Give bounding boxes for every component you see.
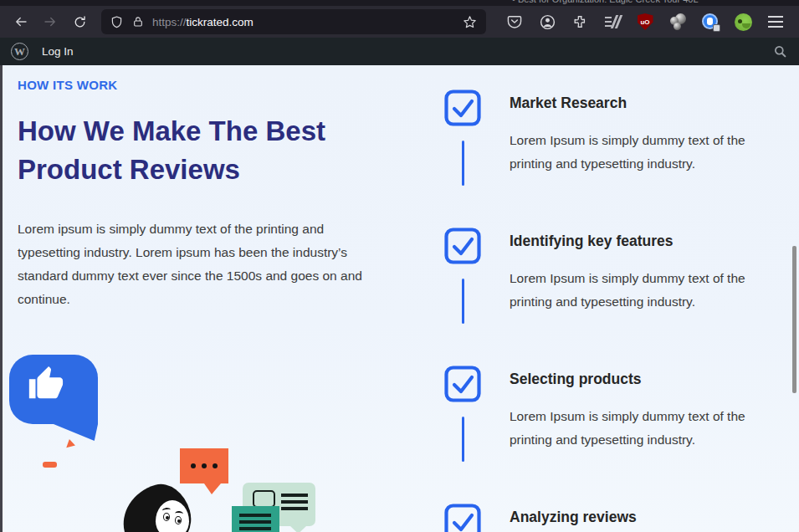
- step-title: Selecting products: [510, 371, 769, 388]
- bookmark-star-icon[interactable]: [462, 14, 478, 30]
- text-line: [239, 527, 271, 530]
- blue-lock-icon: [702, 13, 720, 31]
- step-description: Lorem Ipsum is simply dummy text of the …: [510, 129, 769, 176]
- checkbox-check-icon: [444, 366, 481, 402]
- back-button[interactable]: [8, 10, 33, 33]
- pocket-icon: [506, 13, 523, 30]
- step-title: Market Research: [510, 95, 769, 112]
- character-eyebrow: [175, 511, 183, 517]
- page-title: How We Make The BestProduct Reviews: [18, 112, 325, 189]
- checkbox-check-icon: [444, 90, 481, 126]
- character-hair: [115, 478, 198, 532]
- step-description: Lorem Ipsum is simply dummy text of the …: [510, 267, 769, 314]
- scrollbar-thumb[interactable]: [792, 246, 796, 393]
- section-eyebrow: HOW ITS WORK: [18, 78, 117, 92]
- page-title-line1: How We Make The Best: [18, 115, 325, 146]
- pocket-button[interactable]: [504, 12, 525, 32]
- browser-toolbar: https://tickrated.com: [0, 6, 799, 38]
- chameleon-icon: [735, 13, 752, 31]
- character-eye: [175, 516, 182, 524]
- text-line: [239, 514, 271, 517]
- notes-card: [232, 506, 279, 532]
- wp-admin-bar: W Log In: [0, 38, 799, 65]
- address-bar[interactable]: https://tickrated.com: [101, 9, 486, 34]
- spheres-extension-button[interactable]: [668, 12, 688, 32]
- account-icon: [539, 13, 556, 31]
- intro-paragraph: Lorem ipsum is simply dummy text of the …: [18, 217, 382, 311]
- text-line: [281, 500, 308, 504]
- step-selecting-products: Selecting products Lorem Ipsum is simply…: [444, 366, 769, 462]
- thumbs-up-bubble-tail: [54, 424, 98, 441]
- ublock-origin-button[interactable]: uO: [635, 12, 655, 32]
- bars-icon: [605, 17, 612, 28]
- step-description: Lorem Ipsum is simply dummy text of the …: [510, 405, 769, 452]
- character-eyebrow: [162, 507, 172, 513]
- checkbox-check-icon: [444, 228, 481, 264]
- chameleon-extension-button[interactable]: [733, 12, 753, 32]
- step-connector-line: [462, 141, 464, 186]
- woman-character: [122, 486, 197, 532]
- wordpress-logo-icon[interactable]: W: [11, 43, 28, 60]
- text-line: [239, 520, 271, 524]
- step-title: Analyzing reviews: [510, 509, 769, 526]
- stylus-extension-button[interactable]: [602, 12, 622, 32]
- browser-window: • Best for Organization: Eagle Creek Tou…: [0, 0, 799, 532]
- spheres-icon: [668, 13, 687, 31]
- wp-search-button[interactable]: [772, 43, 788, 59]
- typing-bubble-tail: [204, 483, 221, 494]
- thumbs-up-icon: [26, 365, 64, 403]
- reload-icon: [73, 15, 87, 29]
- document-bubble-tail: [290, 526, 306, 532]
- document-bubble: [243, 483, 315, 526]
- forward-button[interactable]: [38, 10, 63, 33]
- step-title: Identifying key features: [510, 233, 769, 250]
- puzzle-icon: [571, 13, 588, 30]
- background-window-sliver: • Best for Organization: Eagle Creek Tou…: [0, 0, 799, 6]
- extension-area: uO: [504, 12, 786, 32]
- step-analyzing-reviews: Analyzing reviews: [444, 504, 769, 532]
- character-eye: [163, 513, 170, 521]
- step-connector-line: [462, 417, 464, 462]
- url-scheme: https://: [152, 16, 187, 28]
- thumbs-up-bubble: [9, 355, 98, 424]
- window-edge: [0, 65, 3, 532]
- extensions-button[interactable]: [570, 12, 590, 32]
- forward-icon: [43, 14, 58, 29]
- lock-icon[interactable]: [131, 15, 145, 28]
- menu-button[interactable]: [766, 12, 786, 32]
- text-line: [281, 494, 308, 497]
- search-icon: [772, 43, 788, 59]
- character-face: [156, 500, 189, 532]
- orange-dash-accent: [43, 462, 57, 468]
- wp-login-link[interactable]: Log In: [42, 45, 74, 58]
- slashes-icon: [613, 15, 621, 28]
- checkbox-check-icon: [444, 504, 481, 532]
- text-line: [281, 507, 308, 510]
- document-frame-icon: [253, 490, 275, 508]
- url-domain: tickrated.com: [187, 16, 254, 28]
- step-identifying-key-features: Identifying key features Lorem Ipsum is …: [444, 228, 769, 324]
- ublock-shield-icon: uO: [638, 13, 653, 30]
- background-sliver-text: • Best for Organization: Eagle Creek Tou…: [512, 0, 699, 4]
- page-content: HOW ITS WORK How We Make The BestProduct…: [0, 65, 799, 532]
- page-title-line2: Product Reviews: [18, 154, 240, 185]
- privacy-lock-extension-button[interactable]: [700, 12, 720, 32]
- step-market-research: Market Research Lorem Ipsum is simply du…: [444, 90, 769, 186]
- account-button[interactable]: [537, 12, 557, 32]
- back-icon: [13, 14, 28, 29]
- url-text: https://tickrated.com: [152, 16, 254, 28]
- orange-triangle-accent: [64, 438, 75, 448]
- tracking-shield-icon[interactable]: [110, 15, 124, 29]
- reload-button[interactable]: [67, 10, 92, 33]
- step-connector-line: [462, 279, 464, 324]
- typing-bubble: [180, 448, 228, 483]
- hamburger-icon: [768, 16, 783, 28]
